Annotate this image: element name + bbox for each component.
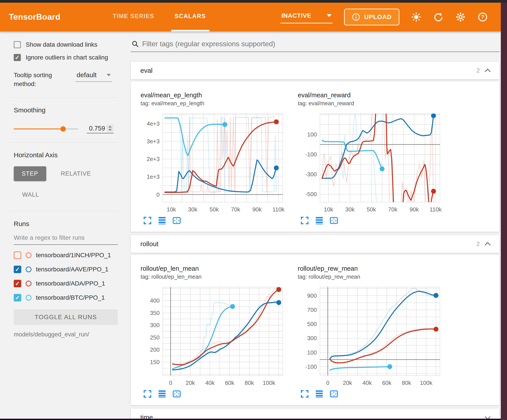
run-checkbox-checked-icon[interactable]: ✓ <box>14 280 21 287</box>
expand-icon[interactable] <box>143 216 152 226</box>
section-header-right: 2 <box>476 67 490 74</box>
chevron-up-icon[interactable] <box>485 242 491 248</box>
svg-text:100k: 100k <box>263 379 275 386</box>
fit-domain-icon[interactable] <box>330 390 338 399</box>
section-title: eval <box>140 67 153 74</box>
checkbox-label: Ignore outliers in chart scaling <box>26 54 108 61</box>
run-row-1inch[interactable]: tensorboard/1INCH/PPO_1 <box>14 251 124 259</box>
tag-filter-input[interactable]: Filter tags (regular expressions support… <box>131 40 500 52</box>
help-icon[interactable]: ? <box>477 12 488 22</box>
tab-time-series[interactable]: TIME SERIES <box>109 3 158 31</box>
run-checkbox-icon[interactable] <box>14 251 21 259</box>
runs-filter-input[interactable]: Write a regex to filter runs <box>14 234 118 245</box>
svg-text:30k: 30k <box>188 206 198 213</box>
divider <box>9 211 117 211</box>
svg-text:100: 100 <box>307 131 317 138</box>
section-chart-count: 2 <box>476 241 480 248</box>
upload-button[interactable]: UPLOAD <box>344 9 399 25</box>
upload-button-label: UPLOAD <box>364 14 392 21</box>
run-color-circle-icon[interactable] <box>26 267 31 272</box>
section-header-rollout[interactable]: rollout2 <box>131 235 500 253</box>
section-header-time[interactable]: time <box>131 408 500 419</box>
tag-sections: eval2eval/mean_ep_lengthtag: eval/mean_e… <box>131 62 500 419</box>
chart-toolbar <box>143 390 298 399</box>
expand-icon[interactable] <box>300 390 309 399</box>
fit-domain-icon[interactable] <box>172 390 181 399</box>
tooltip-sorting-dropdown[interactable]: default <box>75 71 112 82</box>
tooltip-sorting-label: Tooltip sorting method: <box>14 71 65 89</box>
runs-selector-icon[interactable] <box>158 390 166 399</box>
svg-text:90k: 90k <box>252 206 262 213</box>
run-checkbox-checked-icon[interactable]: ✓ <box>14 266 21 273</box>
svg-text:?: ? <box>481 14 484 20</box>
chart-title: rollout/ep_rew_mean <box>298 265 455 272</box>
app-header: TensorBoard TIME SERIES SCALARS INACTIVE… <box>0 3 501 31</box>
ignore-outliers-checkbox[interactable]: ✓ Ignore outliers in chart scaling <box>14 54 124 61</box>
svg-text:60k: 60k <box>382 379 392 386</box>
chart-title: rollout/ep_len_mean <box>141 265 298 272</box>
brightness-icon[interactable] <box>411 12 422 22</box>
tooltip-sorting-value: default <box>77 71 97 79</box>
toggle-all-runs-button[interactable]: TOGGLE ALL RUNS <box>14 310 118 325</box>
run-color-circle-icon[interactable] <box>26 281 31 286</box>
chart-plot[interactable]: 100-100-300-50010k30k50k70k90k110k <box>298 110 444 214</box>
expand-icon[interactable] <box>143 390 152 399</box>
spinner-up-icon[interactable] <box>108 126 112 128</box>
fit-domain-icon[interactable] <box>330 216 338 226</box>
slider-thumb[interactable] <box>60 126 66 131</box>
svg-text:50k: 50k <box>367 206 376 213</box>
runs-list: tensorboard/1INCH/PPO_1✓tensorboard/AAVE… <box>14 251 124 302</box>
axis-relative-button[interactable]: RELATIVE <box>54 166 98 181</box>
run-checkbox-checked-icon[interactable]: ✓ <box>14 294 21 302</box>
chevron-down-icon[interactable] <box>485 414 491 419</box>
section-header-eval[interactable]: eval2 <box>131 62 500 79</box>
run-row-aave[interactable]: ✓tensorboard/AAVE/PPO_1 <box>14 266 124 273</box>
runs-selector-icon[interactable] <box>158 216 166 226</box>
runs-selector-icon[interactable] <box>315 390 324 399</box>
refresh-icon[interactable] <box>433 12 444 22</box>
dashboard-main: Filter tags (regular expressions support… <box>124 31 501 419</box>
show-download-links-checkbox[interactable]: Show data download links <box>14 41 124 48</box>
header-actions: INACTIVE UPLOAD <box>281 3 501 31</box>
smoothing-slider[interactable] <box>14 129 78 129</box>
tag-filter-placeholder: Filter tags (regular expressions support… <box>142 40 275 48</box>
run-color-circle-icon[interactable] <box>26 295 31 301</box>
number-spinner[interactable] <box>106 124 113 132</box>
status-dropdown[interactable]: INACTIVE <box>281 11 332 23</box>
svg-text:-500: -500 <box>305 191 317 198</box>
chart-plot[interactable]: 01e+32e+33e+34e+310k30k50k70k90k110k <box>141 110 287 214</box>
settings-gear-icon[interactable] <box>455 12 466 22</box>
chevron-up-icon[interactable] <box>485 69 491 75</box>
window-side-strip <box>501 3 507 420</box>
chart-tag-subtitle: tag: eval/mean_reward <box>298 100 455 107</box>
run-label: tensorboard/ADA/PPO_1 <box>36 280 105 287</box>
chart-plot[interactable]: 150200250300350400020k40k60k80k100k <box>141 283 287 387</box>
run-color-circle-icon[interactable] <box>26 252 31 258</box>
svg-text:60k: 60k <box>225 379 234 386</box>
chart-plot[interactable]: -100100300500700900020k40k60k80k100k <box>298 283 444 387</box>
runs-label: Runs <box>14 220 124 227</box>
axis-step-button[interactable]: STEP <box>14 166 46 181</box>
section-chart-count: 2 <box>476 67 480 74</box>
svg-text:10k: 10k <box>167 206 176 213</box>
smoothing-value-box: 0.759 <box>87 124 113 133</box>
chart-rollout-ep-len-mean: rollout/ep_len_meantag: rollout/ep_len_m… <box>141 265 298 399</box>
settings-sidebar: Show data download links ✓ Ignore outlie… <box>0 31 124 419</box>
svg-text:30k: 30k <box>345 206 355 213</box>
smoothing-value[interactable]: 0.759 <box>87 125 106 132</box>
axis-wall-button[interactable]: WALL <box>15 187 46 202</box>
checkbox-label: Show data download links <box>26 41 97 48</box>
svg-text:110k: 110k <box>272 206 284 213</box>
expand-icon[interactable] <box>300 216 309 226</box>
section-title: time <box>140 413 153 419</box>
svg-text:80k: 80k <box>402 379 411 386</box>
svg-text:100k: 100k <box>420 379 433 386</box>
run-row-ada[interactable]: ✓tensorboard/ADA/PPO_1 <box>14 280 124 287</box>
run-row-btc[interactable]: ✓tensorboard/BTC/PPO_1 <box>14 294 124 302</box>
svg-text:40k: 40k <box>205 379 215 386</box>
tab-scalars[interactable]: SCALARS <box>171 3 210 31</box>
fit-domain-icon[interactable] <box>172 216 181 226</box>
runs-selector-icon[interactable] <box>315 216 324 226</box>
spinner-down-icon[interactable] <box>108 129 112 131</box>
svg-text:20k: 20k <box>185 379 195 386</box>
